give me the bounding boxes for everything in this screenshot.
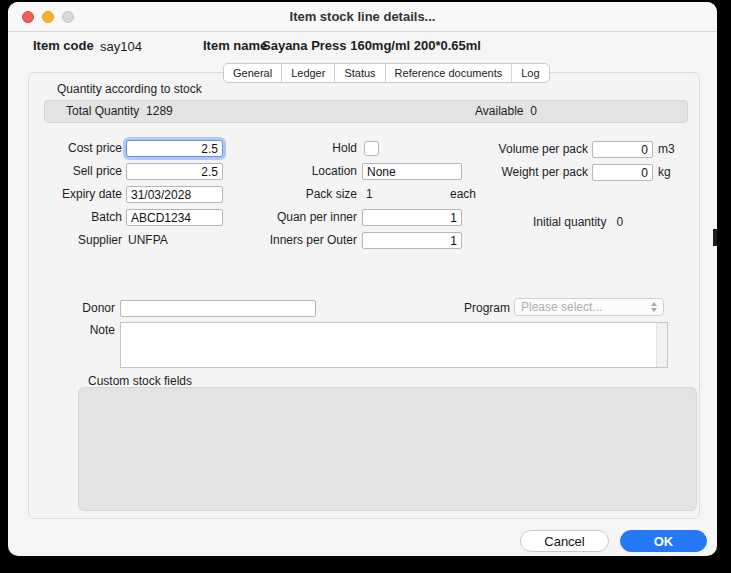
custom-stock-fields-title: Custom stock fields xyxy=(88,374,192,388)
weight-per-pack-input[interactable] xyxy=(592,164,653,181)
chevron-up-down-icon xyxy=(651,302,657,312)
inners-per-outer-input[interactable] xyxy=(362,232,462,249)
window-edge-artifact xyxy=(713,229,717,246)
program-label: Program xyxy=(408,300,510,317)
expiry-date-label: Expiry date xyxy=(28,186,122,203)
total-quantity: Total Quantity 1289 xyxy=(66,104,173,118)
expiry-date-input[interactable] xyxy=(126,186,223,203)
custom-stock-fields-panel xyxy=(78,387,697,511)
note-scrollbar[interactable] xyxy=(656,323,667,367)
item-code-value: say104 xyxy=(100,39,142,54)
weight-per-pack-label: Weight per pack xyxy=(478,164,588,181)
donor-input[interactable] xyxy=(120,300,316,317)
initial-quantity-value: 0 xyxy=(616,215,623,229)
note-label: Note xyxy=(28,322,115,339)
location-label: Location xyxy=(258,163,357,180)
initial-quantity-label: Initial quantity xyxy=(533,215,606,229)
cost-price-input[interactable] xyxy=(126,140,223,157)
tab-bar: General Ledger Status Reference document… xyxy=(223,63,550,83)
quantity-section-title: Quantity according to stock xyxy=(57,82,202,96)
note-textarea[interactable] xyxy=(120,322,668,368)
weight-unit-label: kg xyxy=(658,164,671,181)
cancel-button[interactable]: Cancel xyxy=(520,530,609,552)
dialog-window: Item stock line details... Item code say… xyxy=(8,2,717,556)
pack-size-label: Pack size xyxy=(258,186,357,203)
hold-label: Hold xyxy=(258,140,357,157)
inners-per-outer-label: Inners per Outer xyxy=(258,232,357,249)
sell-price-input[interactable] xyxy=(126,163,223,180)
tab-ledger[interactable]: Ledger xyxy=(281,64,334,82)
supplier-label: Supplier xyxy=(28,232,122,249)
volume-per-pack-input[interactable] xyxy=(592,141,653,158)
quan-per-inner-input[interactable] xyxy=(362,209,462,226)
pack-size-value: 1 xyxy=(366,186,373,203)
location-input[interactable] xyxy=(362,163,462,180)
initial-quantity: Initial quantity 0 xyxy=(533,214,623,231)
tab-status[interactable]: Status xyxy=(334,64,384,82)
program-select[interactable]: Please select... xyxy=(514,298,664,316)
item-code-label: Item code xyxy=(33,38,94,53)
available-label: Available xyxy=(475,104,523,118)
pack-size-unit: each xyxy=(450,186,476,203)
hold-checkbox[interactable] xyxy=(364,141,379,156)
donor-label: Donor xyxy=(28,300,115,317)
item-name-label: Item name xyxy=(203,38,267,53)
supplier-value: UNFPA xyxy=(128,232,168,249)
tab-reference-documents[interactable]: Reference documents xyxy=(385,64,512,82)
quan-per-inner-label: Quan per inner xyxy=(258,209,357,226)
volume-unit-label: m3 xyxy=(658,141,675,158)
program-select-value: Please select... xyxy=(521,300,647,314)
window-title: Item stock line details... xyxy=(8,9,717,24)
ok-button[interactable]: OK xyxy=(620,530,707,552)
tab-log[interactable]: Log xyxy=(511,64,548,82)
total-quantity-value: 1289 xyxy=(146,104,173,118)
tab-general[interactable]: General xyxy=(224,64,281,82)
available-quantity: Available 0 xyxy=(475,104,537,118)
item-name-value: Sayana Press 160mg/ml 200*0.65ml xyxy=(262,38,481,53)
available-value: 0 xyxy=(530,104,537,118)
batch-input[interactable] xyxy=(126,209,223,226)
volume-per-pack-label: Volume per pack xyxy=(478,141,588,158)
batch-label: Batch xyxy=(28,209,122,226)
sell-price-label: Sell price xyxy=(28,163,122,180)
cost-price-label: Cost price xyxy=(28,140,122,157)
total-quantity-label: Total Quantity xyxy=(66,104,139,118)
title-bar: Item stock line details... xyxy=(8,2,717,32)
